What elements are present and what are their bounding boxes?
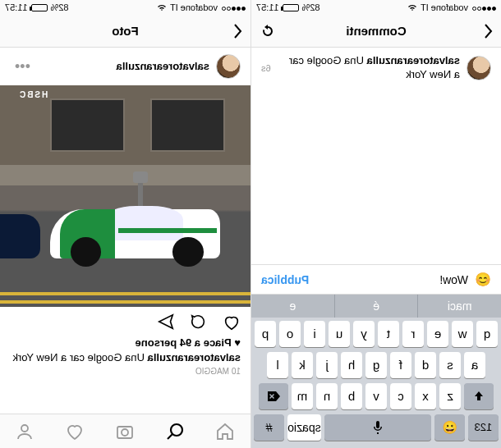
key-j[interactable]: j — [316, 352, 338, 378]
nav-bar: Commenti — [251, 15, 501, 48]
comment-username[interactable]: salvatorearanzulla — [367, 54, 460, 66]
battery-pct: 82% — [51, 2, 69, 12]
tab-search[interactable] — [166, 422, 186, 441]
post-date: 10 MAGGIO — [0, 365, 250, 382]
key-d[interactable]: d — [415, 352, 436, 378]
keyboard-suggestions: maci é e — [251, 295, 501, 318]
more-button[interactable]: ••• — [10, 58, 35, 75]
post-actions — [0, 307, 250, 335]
key-y[interactable]: y — [353, 321, 375, 347]
key-space[interactable]: spazio — [287, 414, 320, 441]
time-label: 11:57 — [256, 2, 279, 12]
comment-input[interactable] — [315, 273, 468, 286]
comment-button[interactable] — [190, 313, 208, 331]
battery-pct: 82% — [302, 2, 320, 12]
key-h[interactable]: h — [341, 352, 362, 378]
tab-camera[interactable] — [116, 422, 136, 441]
building-sign: HSBC — [18, 90, 48, 99]
key-x[interactable]: x — [415, 383, 436, 409]
signal-icon — [221, 2, 246, 12]
post-photo[interactable]: HSBC — [0, 85, 250, 307]
key-c[interactable]: c — [390, 383, 411, 409]
key-mic[interactable] — [324, 414, 431, 441]
key-w[interactable]: w — [452, 321, 473, 347]
publish-button[interactable]: Pubblica — [261, 273, 309, 286]
key-a[interactable]: a — [464, 352, 485, 378]
like-button[interactable] — [223, 313, 241, 331]
back-button[interactable] — [465, 23, 493, 39]
nav-title: Foto — [112, 24, 138, 38]
post-username[interactable]: salvatorearanzulla — [117, 60, 209, 72]
key-m[interactable]: m — [292, 383, 313, 409]
key-q[interactable]: q — [476, 321, 498, 347]
likes-text: Piace a 94 persone — [136, 336, 232, 349]
svg-point-0 — [172, 424, 183, 436]
comment-row: salvatorearanzulla Una Google car a New … — [251, 48, 501, 89]
key-z[interactable]: z — [439, 383, 461, 409]
key-u[interactable]: u — [329, 321, 350, 347]
photo-pane: vodafone IT 82% 11:57 Foto salvatorearan… — [0, 0, 250, 448]
post-header: salvatorearanzulla ••• — [0, 48, 250, 85]
key-l[interactable]: l — [267, 352, 288, 378]
suggestion-1[interactable]: é — [334, 295, 418, 318]
battery-icon — [283, 4, 299, 11]
carrier-label: vodafone IT — [170, 2, 218, 12]
suggestion-2[interactable]: e — [251, 295, 334, 318]
time-label: 11:57 — [5, 2, 28, 12]
tab-home[interactable] — [216, 422, 236, 441]
key-mode[interactable]: 123 — [468, 414, 499, 441]
nav-bar: Foto — [0, 15, 250, 48]
status-bar: vodafone IT 82% 11:57 — [0, 0, 250, 15]
status-bar: vodafone IT 82% 11:57 — [251, 0, 501, 15]
comments-pane: vodafone IT 82% 11:57 Commenti salvatore… — [250, 0, 501, 448]
key-emoji[interactable]: 😀 — [434, 414, 465, 441]
key-t[interactable]: t — [378, 321, 399, 347]
heart-icon: ♥ — [232, 336, 241, 349]
key-e[interactable]: e — [427, 321, 448, 347]
refresh-button[interactable] — [260, 23, 287, 39]
comment-input-row: 😊 Pubblica — [251, 264, 501, 295]
tab-bar — [0, 414, 250, 448]
suggestion-0[interactable]: maci — [417, 295, 501, 318]
key-p[interactable]: p — [255, 321, 276, 347]
key-r[interactable]: r — [402, 321, 424, 347]
wifi-icon — [157, 3, 167, 11]
caption-text: Una Google car a New York — [12, 351, 144, 363]
caption-username[interactable]: salvatorearanzulla — [148, 351, 241, 363]
key-i[interactable]: i — [304, 321, 325, 347]
svg-rect-1 — [118, 427, 133, 438]
battery-icon — [31, 4, 48, 11]
key-k[interactable]: k — [292, 352, 313, 378]
keyboard: q w e r t y u i o p a s d f g h j k l z — [251, 318, 501, 448]
key-o[interactable]: o — [279, 321, 301, 347]
tab-profile[interactable] — [16, 422, 35, 441]
wifi-icon — [407, 3, 417, 11]
key-num[interactable]: # — [254, 414, 284, 441]
emoji-icon: 😊 — [475, 272, 491, 287]
key-f[interactable]: f — [390, 352, 411, 378]
svg-point-3 — [22, 425, 29, 432]
key-s[interactable]: s — [439, 352, 461, 378]
key-backspace[interactable] — [259, 383, 288, 409]
nav-title: Commenti — [346, 24, 406, 38]
key-g[interactable]: g — [365, 352, 387, 378]
comment-age: 6s — [261, 63, 271, 73]
key-shift[interactable] — [464, 383, 494, 409]
likes-row[interactable]: ♥ Piace a 94 persone — [0, 335, 250, 350]
post-caption-row: salvatorearanzulla Una Google car a New … — [0, 350, 250, 365]
back-button[interactable] — [214, 23, 242, 39]
key-v[interactable]: v — [365, 383, 387, 409]
avatar[interactable] — [216, 54, 241, 79]
key-n[interactable]: n — [316, 383, 338, 409]
avatar[interactable] — [467, 56, 491, 80]
key-b[interactable]: b — [341, 383, 362, 409]
svg-point-2 — [122, 429, 129, 436]
signal-icon — [471, 2, 496, 12]
carrier-label: vodafone IT — [421, 2, 468, 12]
tab-activity[interactable] — [66, 422, 85, 441]
share-button[interactable] — [157, 313, 175, 331]
